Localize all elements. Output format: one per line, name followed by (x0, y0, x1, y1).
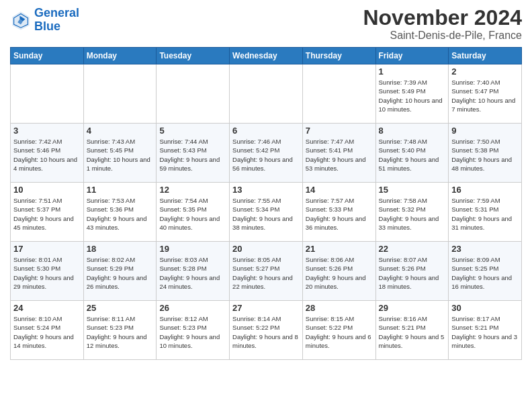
day-number: 10 (13, 185, 81, 195)
day-number: 26 (159, 303, 226, 313)
day-info: Sunrise: 8:03 AMSunset: 5:28 PMDaylight:… (159, 255, 226, 291)
day-info: Sunrise: 7:51 AMSunset: 5:37 PMDaylight:… (13, 196, 81, 232)
header-wednesday: Wednesday (230, 48, 303, 64)
calendar-week-row: 1Sunrise: 7:39 AMSunset: 5:49 PMDaylight… (11, 64, 522, 124)
calendar-cell: 20Sunrise: 8:05 AMSunset: 5:27 PMDayligh… (230, 242, 303, 301)
day-info: Sunrise: 8:11 AMSunset: 5:23 PMDaylight:… (87, 314, 154, 350)
day-number: 4 (87, 126, 154, 136)
day-info: Sunrise: 8:05 AMSunset: 5:27 PMDaylight:… (232, 255, 300, 291)
day-number: 17 (13, 244, 81, 254)
day-info: Sunrise: 7:59 AMSunset: 5:31 PMDaylight:… (451, 196, 519, 232)
day-info: Sunrise: 8:15 AMSunset: 5:22 PMDaylight:… (306, 314, 373, 350)
header-tuesday: Tuesday (157, 48, 230, 64)
day-number: 2 (451, 66, 519, 77)
month-title: November 2024 (363, 7, 522, 28)
calendar-cell: 7Sunrise: 7:47 AMSunset: 5:41 PMDaylight… (302, 124, 375, 183)
day-info: Sunrise: 8:12 AMSunset: 5:23 PMDaylight:… (159, 314, 226, 350)
calendar-cell: 17Sunrise: 8:01 AMSunset: 5:30 PMDayligh… (11, 242, 84, 301)
calendar-cell (157, 64, 230, 124)
day-number: 24 (13, 303, 81, 313)
day-info: Sunrise: 7:48 AMSunset: 5:40 PMDaylight:… (379, 137, 446, 173)
day-info: Sunrise: 8:07 AMSunset: 5:26 PMDaylight:… (379, 255, 446, 291)
day-number: 9 (451, 126, 519, 136)
day-number: 21 (306, 244, 373, 254)
day-info: Sunrise: 7:47 AMSunset: 5:41 PMDaylight:… (306, 137, 373, 173)
calendar-cell: 6Sunrise: 7:46 AMSunset: 5:42 PMDaylight… (230, 124, 303, 183)
day-number: 25 (87, 303, 154, 313)
calendar-cell: 1Sunrise: 7:39 AMSunset: 5:49 PMDaylight… (375, 64, 449, 124)
day-number: 15 (379, 185, 446, 195)
day-info: Sunrise: 8:09 AMSunset: 5:25 PMDaylight:… (451, 255, 519, 291)
day-info: Sunrise: 7:57 AMSunset: 5:33 PMDaylight:… (306, 196, 373, 232)
day-number: 22 (379, 244, 446, 254)
day-number: 7 (306, 126, 373, 136)
day-number: 14 (306, 185, 373, 195)
day-number: 3 (13, 126, 81, 136)
calendar-cell: 27Sunrise: 8:14 AMSunset: 5:22 PMDayligh… (230, 301, 303, 360)
calendar-cell: 2Sunrise: 7:40 AMSunset: 5:47 PMDaylight… (449, 64, 522, 124)
header-area: General Blue November 2024 Saint-Denis-d… (10, 7, 522, 42)
calendar-cell: 13Sunrise: 7:55 AMSunset: 5:34 PMDayligh… (230, 183, 303, 242)
day-number: 5 (159, 126, 226, 136)
day-number: 28 (306, 303, 373, 313)
calendar-cell: 11Sunrise: 7:53 AMSunset: 5:36 PMDayligh… (83, 183, 157, 242)
calendar-cell: 16Sunrise: 7:59 AMSunset: 5:31 PMDayligh… (449, 183, 522, 242)
day-info: Sunrise: 7:42 AMSunset: 5:46 PMDaylight:… (13, 137, 81, 173)
day-info: Sunrise: 8:06 AMSunset: 5:26 PMDaylight:… (306, 255, 373, 291)
calendar-cell: 14Sunrise: 7:57 AMSunset: 5:33 PMDayligh… (302, 183, 375, 242)
day-info: Sunrise: 7:58 AMSunset: 5:32 PMDaylight:… (379, 196, 446, 232)
logo: General Blue (10, 7, 79, 34)
day-info: Sunrise: 8:02 AMSunset: 5:29 PMDaylight:… (87, 255, 154, 291)
day-number: 16 (451, 185, 519, 195)
day-number: 11 (87, 185, 154, 195)
calendar-cell: 19Sunrise: 8:03 AMSunset: 5:28 PMDayligh… (157, 242, 230, 301)
calendar-cell: 5Sunrise: 7:44 AMSunset: 5:43 PMDaylight… (157, 124, 230, 183)
calendar-week-row: 3Sunrise: 7:42 AMSunset: 5:46 PMDaylight… (11, 124, 522, 183)
day-info: Sunrise: 7:40 AMSunset: 5:47 PMDaylight:… (451, 78, 519, 113)
day-info: Sunrise: 7:54 AMSunset: 5:35 PMDaylight:… (159, 196, 226, 232)
day-info: Sunrise: 8:14 AMSunset: 5:22 PMDaylight:… (232, 314, 300, 350)
weekday-header-row: Sunday Monday Tuesday Wednesday Thursday… (11, 48, 522, 64)
day-info: Sunrise: 7:44 AMSunset: 5:43 PMDaylight:… (159, 137, 226, 173)
calendar-cell (11, 64, 84, 124)
calendar-cell: 28Sunrise: 8:15 AMSunset: 5:22 PMDayligh… (302, 301, 375, 360)
day-number: 30 (451, 303, 519, 313)
calendar-cell (302, 64, 375, 124)
day-info: Sunrise: 8:01 AMSunset: 5:30 PMDaylight:… (13, 255, 81, 291)
day-number: 19 (159, 244, 226, 254)
calendar-cell: 30Sunrise: 8:17 AMSunset: 5:21 PMDayligh… (449, 301, 522, 360)
day-number: 12 (159, 185, 226, 195)
day-info: Sunrise: 7:46 AMSunset: 5:42 PMDaylight:… (232, 137, 300, 173)
day-number: 13 (232, 185, 300, 195)
page-container: General Blue November 2024 Saint-Denis-d… (0, 0, 532, 363)
calendar-cell: 15Sunrise: 7:58 AMSunset: 5:32 PMDayligh… (375, 183, 449, 242)
header-saturday: Saturday (449, 48, 522, 64)
logo-text: General Blue (34, 7, 79, 34)
day-info: Sunrise: 8:10 AMSunset: 5:24 PMDaylight:… (13, 314, 81, 350)
day-number: 20 (232, 244, 300, 254)
calendar-cell (230, 64, 303, 124)
calendar-table: Sunday Monday Tuesday Wednesday Thursday… (10, 47, 522, 360)
day-info: Sunrise: 7:43 AMSunset: 5:45 PMDaylight:… (87, 137, 154, 173)
calendar-cell: 10Sunrise: 7:51 AMSunset: 5:37 PMDayligh… (11, 183, 84, 242)
day-number: 29 (379, 303, 446, 313)
calendar-cell: 23Sunrise: 8:09 AMSunset: 5:25 PMDayligh… (449, 242, 522, 301)
calendar-cell: 29Sunrise: 8:16 AMSunset: 5:21 PMDayligh… (375, 301, 449, 360)
day-number: 18 (87, 244, 154, 254)
day-number: 1 (379, 66, 446, 77)
calendar-cell (83, 64, 157, 124)
calendar-cell: 26Sunrise: 8:12 AMSunset: 5:23 PMDayligh… (157, 301, 230, 360)
calendar-cell: 18Sunrise: 8:02 AMSunset: 5:29 PMDayligh… (83, 242, 157, 301)
day-number: 6 (232, 126, 300, 136)
calendar-cell: 24Sunrise: 8:10 AMSunset: 5:24 PMDayligh… (11, 301, 84, 360)
header-sunday: Sunday (11, 48, 84, 64)
header-monday: Monday (83, 48, 157, 64)
calendar-cell: 12Sunrise: 7:54 AMSunset: 5:35 PMDayligh… (157, 183, 230, 242)
calendar-cell: 3Sunrise: 7:42 AMSunset: 5:46 PMDaylight… (11, 124, 84, 183)
calendar-week-row: 17Sunrise: 8:01 AMSunset: 5:30 PMDayligh… (11, 242, 522, 301)
day-number: 23 (451, 244, 519, 254)
day-number: 8 (379, 126, 446, 136)
header-thursday: Thursday (302, 48, 375, 64)
logo-icon (10, 9, 32, 31)
day-info: Sunrise: 8:17 AMSunset: 5:21 PMDaylight:… (451, 314, 519, 350)
